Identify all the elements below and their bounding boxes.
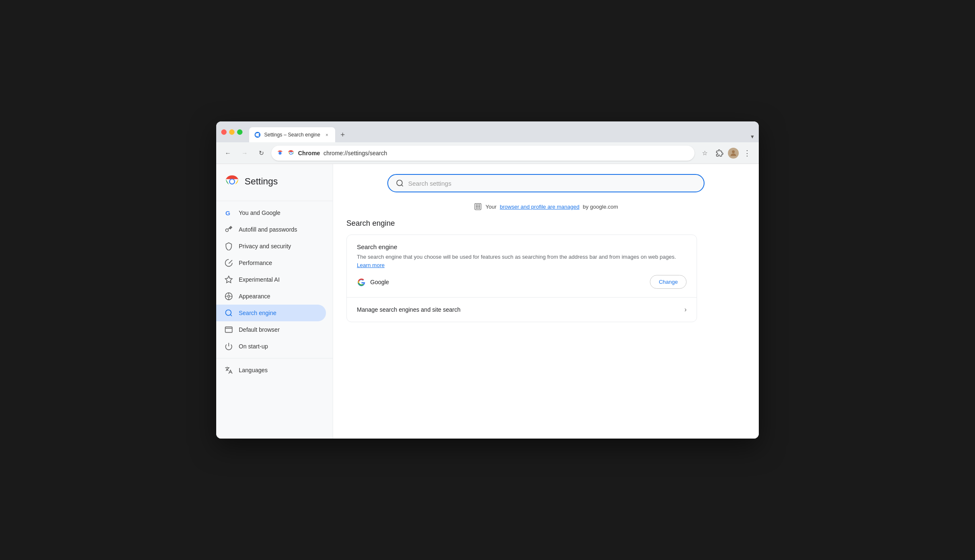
sidebar-label-you-and-google: You and Google — [239, 209, 280, 216]
tab-close-button[interactable]: × — [323, 131, 330, 138]
svg-marker-16 — [225, 276, 232, 283]
star-icon — [225, 275, 233, 284]
bookmark-button[interactable]: ☆ — [698, 146, 711, 160]
search-box — [387, 174, 705, 192]
shield-icon — [225, 242, 233, 250]
sidebar-label-languages: Languages — [239, 367, 268, 373]
address-url: chrome://settings/search — [323, 150, 387, 156]
sidebar-item-experimental-ai[interactable]: Experimental AI — [216, 271, 326, 288]
more-button[interactable]: ⋮ — [740, 146, 754, 160]
forward-button[interactable]: → — [238, 146, 251, 160]
sidebar-item-you-and-google[interactable]: G You and Google — [216, 204, 326, 221]
managed-icon — [474, 202, 482, 211]
power-icon — [225, 342, 233, 351]
sidebar-item-performance[interactable]: Performance — [216, 255, 326, 271]
svg-rect-26 — [479, 204, 480, 206]
sidebar-item-default-browser[interactable]: Default browser — [216, 321, 326, 338]
traffic-lights — [221, 129, 242, 135]
engine-section-desc: The search engine that you choose will b… — [357, 253, 687, 269]
learn-more-link[interactable]: Learn more — [357, 262, 384, 268]
sidebar-item-privacy[interactable]: Privacy and security — [216, 238, 326, 255]
sidebar-label-performance: Performance — [239, 260, 272, 266]
new-tab-button[interactable]: + — [337, 129, 349, 141]
sidebar-label-default-browser: Default browser — [239, 326, 280, 333]
search-settings-icon — [396, 179, 404, 187]
browser-name: Chrome — [298, 150, 320, 156]
performance-icon — [225, 259, 233, 267]
svg-point-3 — [279, 152, 281, 154]
svg-rect-27 — [476, 206, 477, 207]
sidebar-item-search-engine[interactable]: Search engine — [216, 305, 326, 321]
search-engine-row: Google Change — [357, 275, 687, 289]
avatar[interactable] — [728, 148, 739, 159]
section-title: Search engine — [346, 219, 745, 228]
google-logo-icon — [357, 277, 366, 287]
search-icon — [225, 309, 233, 317]
svg-text:G: G — [225, 209, 230, 217]
chrome-logo — [225, 174, 240, 189]
google-icon: G — [225, 209, 233, 217]
svg-rect-24 — [476, 204, 477, 206]
manage-section[interactable]: Manage search engines and site search › — [347, 298, 697, 322]
sidebar-divider — [216, 201, 333, 201]
sidebar-label-experimental-ai: Experimental AI — [239, 276, 280, 283]
back-button[interactable]: ← — [221, 146, 235, 160]
svg-point-13 — [230, 179, 234, 184]
managed-notice: Your browser and profile are managed by … — [346, 202, 745, 211]
key-icon — [225, 225, 233, 234]
address-bar[interactable]: Chrome chrome://settings/search — [271, 146, 695, 161]
avatar-icon — [729, 149, 738, 157]
svg-point-19 — [226, 310, 231, 315]
svg-rect-32 — [479, 208, 480, 209]
search-engine-card: Search engine The search engine that you… — [346, 235, 697, 322]
svg-point-8 — [290, 152, 292, 154]
managed-link[interactable]: browser and profile are managed — [500, 204, 579, 210]
chrome-icon — [287, 149, 295, 157]
sidebar-label-on-startup: On start-up — [239, 343, 268, 350]
appearance-icon — [225, 292, 233, 300]
chevron-right-icon: › — [685, 306, 687, 313]
sidebar-label-appearance: Appearance — [239, 293, 270, 300]
change-engine-button[interactable]: Change — [650, 275, 687, 289]
sidebar-item-languages[interactable]: Languages — [216, 362, 326, 378]
browser-window: Settings – Search engine × + ▾ ← → ↻ — [216, 121, 759, 439]
managed-suffix: by google.com — [583, 204, 618, 210]
tab-bar: Settings – Search engine × + ▾ — [249, 121, 754, 142]
sidebar-label-autofill: Autofill and passwords — [239, 226, 297, 233]
svg-point-9 — [732, 150, 735, 153]
search-settings-input[interactable] — [408, 180, 696, 187]
maximize-window-button[interactable] — [237, 129, 242, 135]
nav-actions: ☆ ⋮ — [698, 146, 754, 160]
sidebar: Settings G You and Google — [216, 164, 333, 439]
refresh-button[interactable]: ↻ — [255, 146, 268, 160]
svg-rect-25 — [477, 204, 479, 206]
svg-point-18 — [228, 295, 230, 298]
sidebar-item-autofill[interactable]: Autofill and passwords — [216, 221, 326, 238]
svg-rect-20 — [225, 327, 232, 332]
sidebar-label-privacy: Privacy and security — [239, 243, 291, 250]
engine-section: Search engine The search engine that you… — [347, 235, 697, 298]
sidebar-item-on-startup[interactable]: On start-up — [216, 338, 326, 355]
svg-rect-29 — [479, 206, 480, 207]
sidebar-item-appearance[interactable]: Appearance — [216, 288, 326, 305]
extensions-button[interactable] — [713, 146, 726, 160]
svg-rect-28 — [477, 206, 479, 207]
content-area: Your browser and profile are managed by … — [333, 164, 759, 439]
svg-point-22 — [397, 180, 402, 186]
search-input-container[interactable] — [387, 174, 705, 192]
search-box-wrapper — [346, 174, 745, 192]
minimize-window-button[interactable] — [229, 129, 235, 135]
nav-bar: ← → ↻ — [216, 142, 759, 164]
svg-rect-30 — [476, 208, 477, 209]
close-window-button[interactable] — [221, 129, 227, 135]
managed-prefix: Your — [485, 204, 496, 210]
tab-favicon — [254, 131, 261, 138]
title-bar: Settings – Search engine × + ▾ — [216, 121, 759, 142]
manage-row[interactable]: Manage search engines and site search › — [357, 306, 687, 313]
active-tab[interactable]: Settings – Search engine × — [249, 127, 335, 142]
tab-dropdown-button[interactable]: ▾ — [751, 133, 754, 140]
tab-title: Settings – Search engine — [264, 132, 320, 138]
current-engine-name: Google — [370, 279, 646, 285]
translate-icon — [225, 366, 233, 374]
settings-page-title: Settings — [245, 176, 278, 187]
